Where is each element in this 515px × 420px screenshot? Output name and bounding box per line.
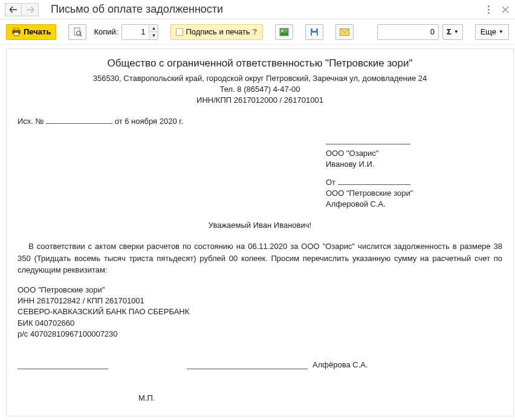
dropdown-icon: ▼ bbox=[499, 29, 504, 34]
req-acc: р/с 40702810967100007230 bbox=[18, 329, 502, 340]
copies-input[interactable] bbox=[122, 25, 149, 39]
preview-button[interactable] bbox=[68, 24, 86, 40]
svg-point-1 bbox=[488, 8, 490, 10]
sum-input[interactable] bbox=[378, 27, 438, 36]
doc-header: Общество с ограниченной ответственностью… bbox=[18, 56, 502, 106]
copies-down-button[interactable]: ▼ bbox=[149, 32, 158, 39]
window-title: Письмо об оплате задолженности bbox=[51, 3, 223, 16]
recipient-org: ООО "Озарис" bbox=[326, 148, 502, 159]
document: Общество с ограниченной ответственностью… bbox=[7, 49, 513, 416]
signature-slot-2 bbox=[187, 369, 308, 369]
org-phone: Тел. 8 (86547) 4-47-00 bbox=[18, 84, 502, 95]
req-bik: БИК 040702660 bbox=[18, 318, 502, 329]
signature-slot-1 bbox=[18, 369, 108, 369]
print-button[interactable]: Печать bbox=[6, 24, 56, 40]
sign-print-label: Подпись и печать bbox=[186, 27, 250, 36]
salutation: Уважаемый Иван Иванович! bbox=[18, 221, 502, 230]
sender-underline bbox=[338, 184, 410, 185]
email-button[interactable] bbox=[335, 24, 354, 40]
floppy-icon bbox=[310, 28, 319, 36]
org-name: Общество с ограниченной ответственностью… bbox=[18, 56, 502, 71]
close-button[interactable] bbox=[500, 5, 510, 15]
svg-point-10 bbox=[281, 30, 283, 31]
envelope-icon bbox=[340, 28, 349, 36]
req-inn: ИНН 2617012842 / КПП 261701001 bbox=[18, 296, 502, 306]
image-icon bbox=[279, 28, 289, 36]
svg-rect-12 bbox=[313, 28, 316, 31]
save-button[interactable] bbox=[305, 24, 323, 40]
copies-up-button[interactable]: ▲ bbox=[149, 25, 158, 32]
arrow-right-icon bbox=[27, 7, 34, 13]
sender-org: ООО "Петровские зори" bbox=[326, 188, 502, 199]
recipient-block: ООО "Озарис" Иванову И.И. От ООО "Петров… bbox=[326, 137, 502, 210]
sign-print-help: ? bbox=[253, 27, 258, 36]
document-scroll[interactable]: Общество с ограниченной ответственностью… bbox=[6, 48, 514, 416]
more-button[interactable]: Еще ▼ bbox=[475, 24, 509, 40]
svg-rect-3 bbox=[14, 28, 19, 30]
printer-icon bbox=[11, 28, 21, 36]
print-label: Печать bbox=[24, 27, 51, 36]
copies-spinner: ▲ ▼ bbox=[121, 24, 158, 40]
org-address: 356530, Ставропольский край, городской о… bbox=[18, 73, 502, 84]
sum-field bbox=[377, 24, 439, 40]
sign-print-button[interactable]: Подпись и печать ? bbox=[170, 24, 262, 40]
kebab-icon bbox=[488, 5, 490, 14]
req-bank: СЕВЕРО-КАВКАЗСКИЙ БАНК ПАО СБЕРБАНК bbox=[18, 306, 502, 317]
ref-number-slot bbox=[46, 123, 112, 124]
svg-point-0 bbox=[488, 5, 490, 7]
nav-back-button[interactable] bbox=[5, 3, 22, 16]
req-org: ООО "Петровские зори" bbox=[18, 285, 502, 296]
recipient-underline bbox=[326, 144, 410, 144]
signatures: Алфёрова С.А. bbox=[18, 360, 502, 369]
arrow-left-icon bbox=[10, 7, 17, 13]
svg-rect-8 bbox=[177, 28, 183, 35]
image-button[interactable] bbox=[275, 24, 293, 40]
content-area: Общество с ограниченной ответственностью… bbox=[0, 45, 515, 420]
sender-person: Алферовой С.А. bbox=[326, 199, 502, 210]
ref-line: Исх. № от 6 ноября 2020 г. bbox=[18, 117, 502, 126]
more-label: Еще bbox=[481, 27, 496, 36]
sigma-button[interactable]: Σ ▼ bbox=[442, 24, 463, 40]
body-text: В соответствии с актом сверки расчетов п… bbox=[18, 241, 502, 276]
ref-prefix: Исх. № bbox=[18, 117, 44, 126]
org-innkpp: ИНН/КПП 2617012000 / 261701001 bbox=[18, 95, 502, 106]
document-magnifier-icon bbox=[73, 27, 82, 37]
toolbar: Печать Копий: ▲ ▼ Подпись и печать ? bbox=[0, 19, 515, 45]
close-icon bbox=[502, 6, 509, 13]
copies-label: Копий: bbox=[94, 27, 118, 36]
ref-date: от 6 ноября 2020 г. bbox=[115, 117, 183, 126]
sigma-label: Σ bbox=[447, 27, 452, 36]
nav-forward-button[interactable] bbox=[22, 3, 39, 16]
recipient-person: Иванову И.И. bbox=[326, 159, 502, 170]
kebab-menu-button[interactable] bbox=[484, 5, 493, 15]
requisites: ООО "Петровские зори" ИНН 2617012842 / К… bbox=[18, 285, 502, 340]
svg-point-2 bbox=[488, 12, 490, 14]
titlebar: Письмо об оплате задолженности bbox=[0, 0, 515, 19]
svg-rect-5 bbox=[14, 33, 19, 36]
svg-rect-13 bbox=[312, 33, 317, 36]
stamp-label: М.П. bbox=[138, 393, 502, 402]
from-label: От bbox=[326, 178, 335, 187]
signatory-name: Алфёрова С.А. bbox=[313, 360, 368, 369]
dropdown-icon: ▼ bbox=[454, 29, 459, 34]
checkbox-icon bbox=[176, 28, 183, 36]
